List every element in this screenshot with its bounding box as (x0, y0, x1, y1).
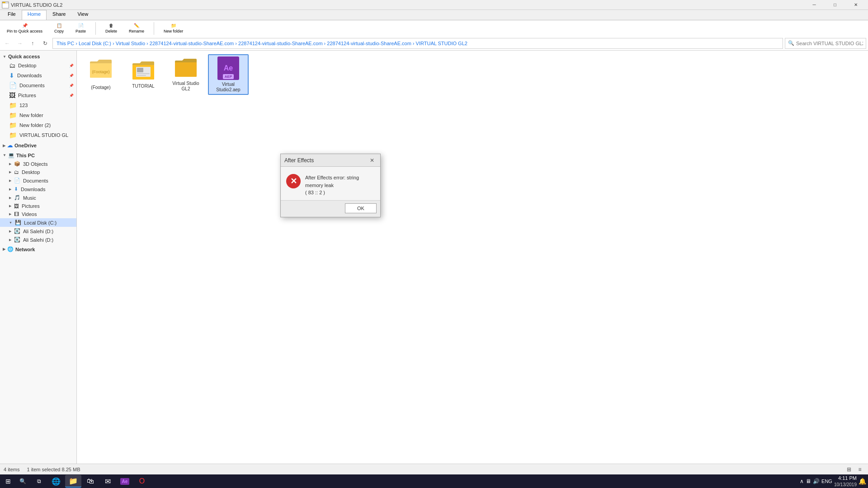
folder-icon: 🗂 (14, 169, 19, 175)
sidebar-item-vstudio[interactable]: 📁 VIRTUAL STUDIO GL (0, 130, 76, 140)
file-item-tutorial[interactable]: TUTORIAL (123, 54, 164, 95)
tab-view[interactable]: View (71, 10, 94, 20)
onedrive-label: OneDrive (14, 143, 37, 148)
opera-button[interactable]: O (134, 475, 150, 488)
maximize-button[interactable]: □ (825, 0, 845, 10)
tab-file[interactable]: File (2, 10, 22, 20)
up-button[interactable]: ↑ (27, 38, 38, 49)
search-input[interactable] (796, 41, 863, 46)
file-label: Virtual Studio2.aep (211, 82, 246, 93)
sidebar-item-documents[interactable]: 📄 Documents 📌 (0, 80, 76, 90)
network-tray-icon[interactable]: 🖥 (806, 478, 811, 484)
taskbar-search-button[interactable]: 🔍 (15, 475, 30, 488)
sidebar-item-videos[interactable]: ▶ 🎞 Videos (0, 210, 76, 218)
new-folder-button[interactable]: 📁 New folder (160, 22, 186, 35)
sidebar-item-alisalehi-d2[interactable]: ▶ 💽 Ali Salehi (D:) (0, 235, 76, 244)
start-button[interactable]: ⊞ (2, 475, 14, 488)
after-effects-button[interactable]: Ae (117, 475, 133, 488)
tray-icons: ∧ 🖥 🔊 ENG (800, 478, 832, 484)
pin-icon: 📌 (69, 94, 74, 98)
tab-share[interactable]: Share (47, 10, 71, 20)
onedrive-header[interactable]: ▶ ☁ OneDrive (0, 141, 76, 150)
task-view-button[interactable]: ⧉ (31, 475, 47, 488)
sidebar-item-alisalehi-d[interactable]: ▶ 💽 Ali Salehi (D:) (0, 227, 76, 235)
divider (95, 22, 96, 35)
large-icons-view-button[interactable]: ⊞ (844, 465, 854, 474)
file-item-vstudio[interactable]: Virtual Studio GL2 (165, 54, 206, 95)
sidebar-item-newfolder[interactable]: 📁 New folder (0, 110, 76, 120)
mail-button[interactable]: ✉ (99, 475, 116, 488)
thispc-header[interactable]: ▼ 💻 This PC (0, 151, 76, 160)
file-item-footage[interactable]: (Footage) (Footage) (80, 54, 121, 95)
edge-browser-button[interactable]: 🌐 (48, 475, 64, 488)
file-explorer-button[interactable]: 📁 (65, 475, 81, 488)
network-label: Network (15, 247, 35, 252)
tab-home[interactable]: Home (22, 10, 47, 20)
sidebar-item-desktop2[interactable]: ▶ 🗂 Desktop (0, 168, 76, 176)
close-button[interactable]: ✕ (845, 0, 866, 10)
store-button[interactable]: 🛍 (82, 475, 99, 488)
pictures-icon: 🖼 (14, 203, 19, 209)
delete-button[interactable]: 🗑 Delete (102, 22, 120, 35)
chevron-up-icon[interactable]: ∧ (800, 478, 804, 484)
dialog-close-button[interactable]: ✕ (368, 156, 377, 165)
sidebar-item-downloads2[interactable]: ▶ ⬇ Downloads (0, 185, 76, 193)
dialog-ok-button[interactable]: OK (345, 203, 377, 213)
sidebar-item-desktop[interactable]: 🗂 Desktop 📌 (0, 61, 76, 70)
sidebar-item-3dobjects[interactable]: ▶ 📦 3D Objects (0, 160, 76, 168)
videos-icon: 🎞 (14, 211, 19, 217)
file-label: TUTORIAL (132, 84, 154, 89)
sidebar-item-documents2[interactable]: ▶ 📄 Documents (0, 176, 76, 185)
svg-rect-5 (137, 68, 143, 72)
breadcrumb-text: This PC › Local Disk (C:) › Virtual Stud… (57, 41, 467, 46)
sidebar-item-newfolder2[interactable]: 📁 New folder (2) (0, 120, 76, 130)
breadcrumb[interactable]: This PC › Local Disk (C:) › Virtual Stud… (52, 38, 783, 49)
folder-icon: 📁 (9, 112, 17, 119)
notification-button[interactable]: 🔔 (859, 478, 866, 485)
main-layout: ▼ Quick access 🗂 Desktop 📌 ⬇ Downloads 📌… (0, 51, 868, 477)
rename-button[interactable]: ✏️ Rename (126, 22, 147, 35)
chevron-down-icon: ▼ (3, 55, 6, 59)
network-header[interactable]: ▶ 🌐 Network (0, 245, 76, 253)
sidebar-item-pictures2[interactable]: ▶ 🖼 Pictures (0, 202, 76, 210)
forward-button[interactable]: → (14, 38, 25, 49)
sidebar-item-label: Ali Salehi (D:) (23, 237, 53, 243)
sidebar-item-label: Downloads (21, 187, 45, 192)
folder-icon: 🖼 (9, 92, 15, 99)
details-view-button[interactable]: ≡ (855, 465, 864, 474)
file-area: (Footage) (Footage) (77, 51, 868, 477)
file-item-aep[interactable]: AEP Virtual Studio2.aep (208, 54, 249, 95)
paste-button[interactable]: 📄 Paste (72, 22, 89, 35)
taskbar: ⊞ 🔍 ⧉ 🌐 📁 🛍 ✉ Ae O ∧ 🖥 🔊 ENG 4:11 PM 10/… (0, 474, 868, 488)
status-bar: 4 items 1 item selected 8.25 MB ⊞ ≡ (0, 464, 868, 474)
copy-button[interactable]: 📋 Copy (51, 22, 67, 35)
dialog-body: ✕ After Effects error: string memory lea… (281, 167, 380, 200)
svg-rect-7 (137, 75, 146, 76)
download-icon: ⬇ (14, 186, 18, 192)
sidebar-item-downloads[interactable]: ⬇ Downloads 📌 (0, 70, 76, 80)
volume-icon[interactable]: 🔊 (813, 478, 820, 484)
language-indicator[interactable]: ENG (821, 479, 832, 484)
refresh-button[interactable]: ↻ (40, 38, 51, 49)
chevron-right-icon: ▶ (9, 179, 11, 183)
sidebar-item-music[interactable]: ▶ 🎵 Music (0, 193, 76, 202)
file-label: (Footage) (91, 85, 110, 90)
file-label: Virtual Studio GL2 (168, 81, 203, 92)
sidebar-item-localdisk[interactable]: ▼ 💾 Local Disk (C:) (0, 218, 76, 227)
taskbar-time[interactable]: 4:11 PM 10/13/2019 (834, 475, 857, 487)
drive-icon: 💾 (15, 220, 21, 225)
sidebar-item-123[interactable]: 📁 123 (0, 100, 76, 110)
search-icon: 🔍 (788, 40, 794, 46)
quick-access-header[interactable]: ▼ Quick access (0, 52, 76, 61)
sidebar-item-label: VIRTUAL STUDIO GL (19, 132, 68, 138)
chevron-right-icon: ▶ (9, 162, 11, 166)
svg-rect-6 (137, 73, 150, 74)
pin-quickaccess-button[interactable]: 📌 Pin to Quick access (4, 22, 46, 35)
minimize-button[interactable]: ─ (804, 0, 825, 10)
folder-icon: 📁 (9, 131, 17, 139)
sidebar: ▼ Quick access 🗂 Desktop 📌 ⬇ Downloads 📌… (0, 51, 77, 477)
folder-footage-icon: (Footage) (89, 59, 113, 83)
back-button[interactable]: ← (2, 38, 13, 49)
sidebar-item-pictures[interactable]: 🖼 Pictures 📌 (0, 90, 76, 100)
sidebar-item-label: Videos (22, 211, 37, 217)
